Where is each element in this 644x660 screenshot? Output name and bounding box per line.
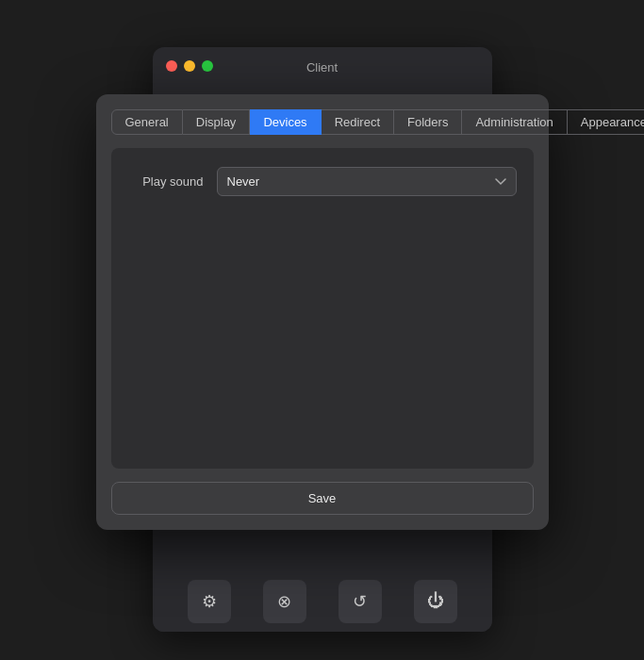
close-circle-icon: ⊗ [277, 591, 291, 612]
minimize-button[interactable] [184, 60, 195, 72]
play-sound-row: Play sound Never Always On connect On di… [128, 167, 517, 196]
refresh-icon: ↺ [353, 591, 367, 612]
tab-folders[interactable]: Folders [394, 109, 462, 135]
tab-display[interactable]: Display [183, 109, 251, 135]
settings-icon-button[interactable]: ⚙ [188, 580, 231, 623]
content-area: Play sound Never Always On connect On di… [111, 148, 534, 469]
tab-redirect[interactable]: Redirect [322, 109, 394, 135]
save-button[interactable]: Save [111, 482, 534, 515]
settings-dialog: General Display Devices Redirect Folders… [96, 94, 549, 530]
power-icon: ⏻ [427, 591, 444, 611]
power-button[interactable]: ⏻ [414, 580, 457, 623]
tab-administration[interactable]: Administration [462, 109, 567, 135]
tab-appearance[interactable]: Appearance [568, 109, 644, 135]
tab-devices[interactable]: Devices [250, 109, 321, 135]
bottom-toolbar: ⚙ ⊗ ↺ ⏻ [153, 570, 492, 632]
maximize-button[interactable] [202, 60, 213, 72]
play-sound-select[interactable]: Never Always On connect On disconnect [217, 167, 517, 196]
tab-bar: General Display Devices Redirect Folders… [111, 109, 534, 135]
refresh-button[interactable]: ↺ [339, 580, 382, 623]
close-button[interactable] [166, 60, 177, 72]
close-circle-button[interactable]: ⊗ [263, 580, 306, 623]
play-sound-label: Play sound [128, 174, 204, 189]
tab-general[interactable]: General [111, 109, 183, 135]
settings-icon: ⚙ [202, 591, 217, 612]
window-title: Client [306, 60, 338, 74]
